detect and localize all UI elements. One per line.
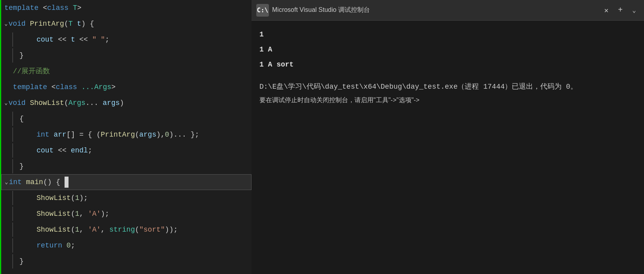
indent-guide-6 (12, 191, 13, 205)
code-editor: template <class T> ⌄ void PrintArg ( T t… (0, 0, 252, 274)
code-line-1: template <class T> (1, 0, 252, 16)
terminal-dropdown-button[interactable]: ⌄ (629, 5, 639, 16)
code-line-16: return 0 ; (1, 238, 252, 253)
indent-guide-5 (12, 159, 13, 173)
indent-guide-3 (12, 127, 13, 142)
terminal-body: 1 1 A 1 A sort D:\E盘\学习\代码\day_test\x64\… (252, 21, 644, 274)
terminal-panel: C:\ Microsoft Visual Studio 调试控制台 ✕ + ⌄ … (252, 0, 644, 274)
fold-arrow-3[interactable]: ⌄ (5, 174, 8, 190)
code-line-6: template < class ...Args > (1, 79, 252, 95)
terminal-add-button[interactable]: + (615, 4, 626, 16)
code-line-8: { (1, 111, 252, 127)
terminal-info: 要在调试停止时自动关闭控制台，请启用"工具"->"选项"-> (259, 93, 636, 107)
code-line-10: cout << endl ; (1, 143, 252, 158)
spacer (259, 72, 636, 80)
indent-guide-2 (12, 112, 13, 126)
code-line-12: ⌄ int main () { (1, 174, 252, 190)
code-line-13: ShowList ( 1 ); (1, 190, 252, 206)
code-line-7: ⌄ void ShowList ( Args ... args ) (1, 95, 252, 111)
code-line-2: ⌄ void PrintArg ( T t ) { (1, 16, 252, 32)
indent-guide-8 (12, 223, 13, 237)
indent-guide-10 (12, 254, 13, 268)
code-line-17: } (1, 253, 252, 269)
fold-arrow[interactable]: ⌄ (4, 16, 8, 32)
indent-guide-9 (12, 238, 13, 253)
indent-guide (12, 48, 13, 63)
indent-guide (12, 32, 13, 47)
code-line-15: ShowList ( 1 , 'A' , string ( "sort" )); (1, 222, 252, 238)
code-line-11: } (1, 158, 252, 174)
terminal-path: D:\E盘\学习\代码\day_test\x64\Debug\day_test.… (259, 80, 636, 93)
code-line-4: } (1, 48, 252, 63)
terminal-header: C:\ Microsoft Visual Studio 调试控制台 ✕ + ⌄ (252, 0, 644, 21)
code-line-14: ShowList ( 1 , 'A' ); (1, 206, 252, 222)
terminal-icon: C:\ (256, 4, 269, 17)
terminal-output-2: 1 A (259, 42, 636, 57)
terminal-title: Microsoft Visual Studio 调试控制台 (272, 6, 598, 14)
keyword-template: template (4, 0, 38, 16)
indent-guide-7 (12, 207, 13, 221)
cursor (65, 177, 69, 188)
code-line-5: //展开函数 (1, 63, 252, 79)
indent-guide-4 (12, 143, 13, 158)
fold-arrow-2[interactable]: ⌄ (4, 95, 8, 111)
terminal-app-icon: C:\ (257, 6, 269, 14)
terminal-output-1: 1 (259, 27, 636, 42)
code-line-9: int arr [] = { ( PrintArg ( args ), 0 ).… (1, 127, 252, 143)
terminal-output-3: 1 A sort (259, 57, 636, 72)
terminal-close-button[interactable]: ✕ (601, 4, 612, 16)
code-line-3: cout << t << " " ; (1, 32, 252, 48)
